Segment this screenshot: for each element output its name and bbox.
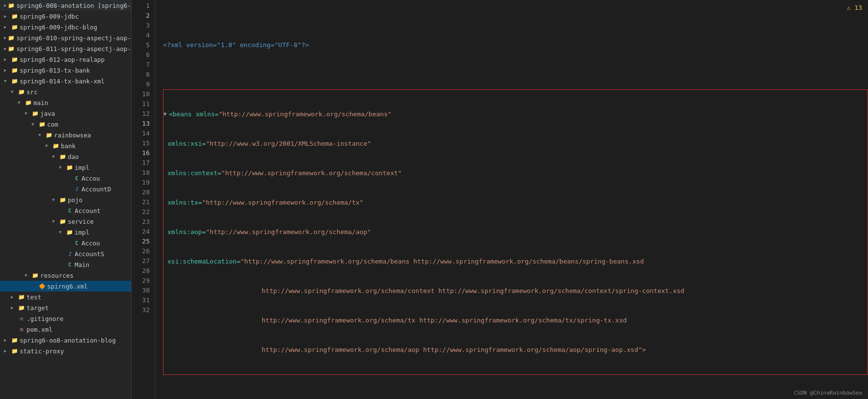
attribution-text: CSDN @ChinaRainbowSea xyxy=(794,390,862,396)
sidebar-item-spring6-012[interactable]: 📁 spring6-012-aop-realapp xyxy=(0,54,131,65)
java-class-icon: C xyxy=(73,239,81,247)
sidebar-item-java[interactable]: 📁 java xyxy=(0,108,131,119)
sidebar-item-label: spring6-010-spring-aspectj-aop- xyxy=(16,34,131,42)
sidebar-item-label: java xyxy=(40,110,55,117)
sidebar-item-label: spring6-011-spring-aspectj-aop- xyxy=(16,45,131,53)
sidebar-item-main-java[interactable]: C Main xyxy=(0,259,131,270)
sidebar-item-accountd[interactable]: I AccountD xyxy=(0,184,131,194)
sidebar-item-account-pojo[interactable]: C Account xyxy=(0,205,131,216)
folder-icon: 📁 xyxy=(11,347,19,355)
sidebar-item-spring6-008[interactable]: 📁 spring6-008-anotation [spring6-o xyxy=(0,0,131,11)
sidebar-item-label: spring6-014-tx-bank-xml xyxy=(20,78,105,85)
sidebar-item-spirng6-xml[interactable]: 🔶 spirng6.xml xyxy=(0,281,131,292)
folder-icon: 📁 xyxy=(11,77,19,85)
sidebar-item-label: dao xyxy=(68,153,79,160)
sidebar-item-accounts[interactable]: I AccountS xyxy=(0,248,131,259)
java-interface-icon: I xyxy=(73,185,81,193)
code-line-8: http://www.springframework.org/schema/co… xyxy=(163,286,868,296)
sidebar-item-label: Account xyxy=(75,207,101,214)
sidebar-item-dao[interactable]: 📁 dao xyxy=(0,151,131,162)
sidebar-item-pom[interactable]: m pom.xml xyxy=(0,324,131,335)
folder-icon: 📁 xyxy=(25,99,32,106)
sidebar-item-spring6-011[interactable]: 📁 spring6-011-spring-aspectj-aop- xyxy=(0,43,131,54)
sidebar-item-label: spring6-013-tx-bank xyxy=(20,67,90,74)
sidebar-item-com[interactable]: 📁 com xyxy=(0,119,131,130)
folder-icon: 📁 xyxy=(59,196,67,204)
folder-icon: 📁 xyxy=(31,109,39,117)
sidebar-item-impl-svc[interactable]: 📁 impl xyxy=(0,227,131,238)
sidebar-item-accou-svc[interactable]: C Accou xyxy=(0,238,131,248)
folder-icon: 📁 xyxy=(11,23,19,31)
sidebar-item-gitignore[interactable]: m .gitignore xyxy=(0,313,131,324)
sidebar-item-resources[interactable]: 📁 resources xyxy=(0,270,131,281)
code-line-7: xsi:schemaLocation="http://www.springfra… xyxy=(163,257,868,266)
sidebar-item-service[interactable]: 📁 service xyxy=(0,216,131,227)
warning-badge: ⚠ 13 xyxy=(847,4,862,11)
sidebar-item-label: spring6-008-anotation [spring6-o xyxy=(16,2,132,9)
code-line-1: <?xml version="1.0" encoding="UTF-8"?> xyxy=(163,40,868,50)
sidebar-item-static-proxy[interactable]: 📁 static-proxy xyxy=(0,346,131,356)
sidebar-item-target[interactable]: 📁 target xyxy=(0,302,131,313)
sidebar-item-label: bank xyxy=(61,142,76,150)
folder-icon: 📁 xyxy=(66,228,74,236)
sidebar-item-label: spring6-009-jdbc-blog xyxy=(20,24,97,31)
sidebar-item-label: src xyxy=(27,88,38,96)
warning-count: 13 xyxy=(854,4,862,11)
sidebar-item-label: Accou xyxy=(81,239,100,247)
sidebar-item-label: spring6-oo8-anotation-blog xyxy=(20,337,116,344)
sidebar-item-src[interactable]: 📁 src xyxy=(0,86,131,97)
code-line-9: http://www.springframework.org/schema/tx… xyxy=(163,316,868,325)
editor-content: 1 2 3 4 5 6 7 8 9 10 11 12 13 14 15 16 1… xyxy=(132,0,868,399)
code-line-6: xmlns:aop="http://www.springframework.or… xyxy=(163,227,868,237)
sidebar-item-spring6-008-blog[interactable]: 📁 spring6-oo8-anotation-blog xyxy=(0,335,131,346)
java-class-icon: C xyxy=(66,261,74,268)
code-line-4: xmlns:context="http://www.springframewor… xyxy=(163,168,868,178)
sidebar-item-label: Main xyxy=(75,261,89,268)
code-content: <?xml version="1.0" encoding="UTF-8"?> ▼… xyxy=(155,0,868,399)
sidebar-item-label: com xyxy=(47,121,58,128)
java-class-icon: C xyxy=(66,207,74,214)
code-line-10: http://www.springframework.org/schema/ao… xyxy=(163,345,868,355)
sidebar-item-label: static-proxy xyxy=(20,347,64,355)
sidebar-item-label: rainbowsea xyxy=(54,132,91,139)
sidebar-item-label: .gitignore xyxy=(27,315,63,322)
sidebar-item-bank[interactable]: 📁 bank xyxy=(0,140,131,151)
xml-file-icon: 🔶 xyxy=(38,282,46,290)
sidebar-item-label: test xyxy=(27,293,41,301)
sidebar-item-accou-impl[interactable]: C Accou xyxy=(0,173,131,184)
sidebar-item-test[interactable]: 📁 test xyxy=(0,292,131,302)
folder-icon: 📁 xyxy=(11,55,19,63)
folder-icon: 📁 xyxy=(18,88,26,96)
sidebar-item-spring6-009[interactable]: 📁 spring6-009-jdbc xyxy=(0,11,131,22)
folder-icon: 📁 xyxy=(31,271,39,279)
sidebar-item-label: pojo xyxy=(68,196,82,204)
folder-icon: 📁 xyxy=(11,66,19,74)
file-tree: 📁 spring6-008-anotation [spring6-o 📁 spr… xyxy=(0,0,132,399)
folder-icon: 📁 xyxy=(18,293,26,301)
sidebar-item-label: spring6-012-aop-realapp xyxy=(20,56,105,63)
sidebar-item-impl-dao[interactable]: 📁 impl xyxy=(0,162,131,173)
sidebar-item-main[interactable]: 📁 main xyxy=(0,97,131,108)
java-class-icon: C xyxy=(73,174,81,182)
sidebar-item-spring6-009-blog[interactable]: 📁 spring6-009-jdbc-blog xyxy=(0,22,131,32)
sidebar-item-label: spirng6.xml xyxy=(47,283,88,290)
java-interface-icon: I xyxy=(66,250,74,258)
sidebar-item-spring6-013[interactable]: 📁 spring6-013-tx-bank xyxy=(0,65,131,76)
folder-icon: 📁 xyxy=(52,142,60,150)
folder-icon: 📁 xyxy=(7,34,15,42)
sidebar-item-pojo[interactable]: 📁 pojo xyxy=(0,194,131,205)
folder-icon: 📁 xyxy=(7,1,15,9)
sidebar-item-spring6-010[interactable]: 📁 spring6-010-spring-aspectj-aop- xyxy=(0,32,131,43)
file-icon: m xyxy=(18,315,26,322)
code-line-3: xmlns:xsi="http://www.w3.org/2001/XMLSch… xyxy=(163,139,868,149)
sidebar-item-label: AccountD xyxy=(81,186,111,193)
folder-icon: 📁 xyxy=(59,217,67,225)
sidebar-item-rainbowsea[interactable]: 📁 rainbowsea xyxy=(0,130,131,140)
sidebar-item-spring6-014[interactable]: 📁 spring6-014-tx-bank-xml xyxy=(0,76,131,86)
sidebar-item-label: target xyxy=(27,304,49,312)
code-line-5: xmlns:tx="http://www.springframework.org… xyxy=(163,198,868,208)
warning-icon: ⚠ xyxy=(847,4,851,11)
folder-icon: 📁 xyxy=(45,131,53,139)
folder-icon: 📁 xyxy=(18,304,26,312)
sidebar-item-label: AccountS xyxy=(75,250,104,258)
